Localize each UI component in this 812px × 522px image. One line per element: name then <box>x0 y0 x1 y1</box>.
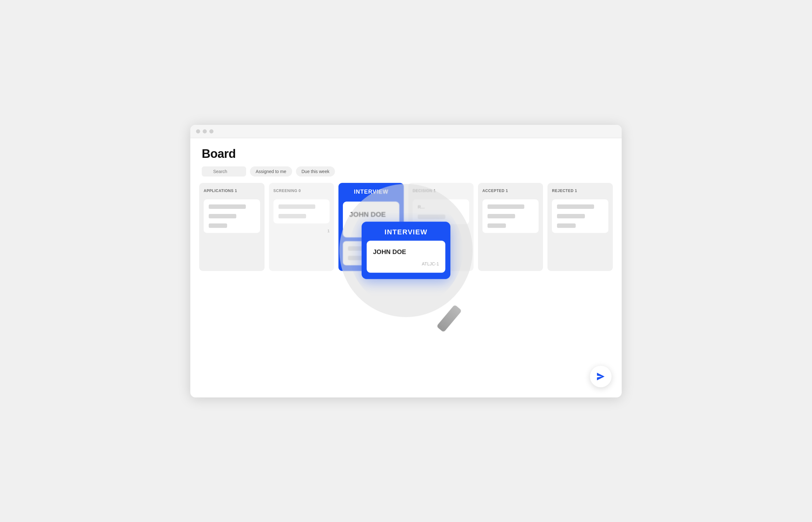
magnifier-handle <box>437 304 462 332</box>
column-screening: SCREENING 0 1 <box>269 183 334 271</box>
column-header-interview: INTERVIEW <box>343 188 399 198</box>
toolbar: 🔍 Assigned to me Due this week <box>190 166 622 183</box>
card-bar-short <box>487 214 515 218</box>
card-label-r: R... <box>418 204 464 209</box>
card-bar-short <box>418 215 445 219</box>
card-placeholder <box>209 214 255 218</box>
card-bar-short <box>278 214 306 218</box>
card-bar <box>348 246 371 251</box>
search-input[interactable] <box>202 166 246 177</box>
screening-count: 1 <box>327 228 330 233</box>
column-rejected: REJECTED 1 <box>547 183 613 271</box>
column-header-rejected: REJECTED 1 <box>552 188 608 196</box>
card[interactable] <box>552 199 608 233</box>
board-area: APPLICATIONS 1 SCREENING 0 1 INTER <box>190 183 622 280</box>
card-bar <box>278 204 315 209</box>
column-accepted: ACCEPTED 1 <box>478 183 543 271</box>
column-interview: INTERVIEW JOHN DOE ATLJC-1 <box>339 183 404 271</box>
column-header-screening: SCREENING 0 <box>273 188 330 196</box>
card-bar-short <box>557 214 584 218</box>
card-bar-short <box>209 214 236 218</box>
card-second[interactable] <box>343 241 399 265</box>
card[interactable]: R... <box>413 199 469 224</box>
fab-send-button[interactable] <box>590 366 612 387</box>
card-bar-xs <box>557 223 575 228</box>
assigned-to-me-filter[interactable]: Assigned to me <box>250 166 292 177</box>
column-applications: APPLICATIONS 1 <box>199 183 265 271</box>
ticket-id: ATLJC-1 <box>349 225 393 230</box>
column-decision: DECISION 1 R... <box>408 183 473 271</box>
card-bar <box>209 204 246 209</box>
card-bar-xs <box>348 256 366 260</box>
card[interactable] <box>273 199 330 223</box>
featured-card-john-doe[interactable]: JOHN DOE ATLJC-1 <box>343 202 399 237</box>
page-title: Board <box>202 147 610 161</box>
card-bar-xs <box>487 223 506 228</box>
column-header-decision: DECISION 1 <box>413 188 469 196</box>
send-icon <box>595 371 606 382</box>
search-wrapper: 🔍 <box>202 166 246 177</box>
due-this-week-filter[interactable]: Due this week <box>296 166 335 177</box>
candidate-name: JOHN DOE <box>349 210 393 219</box>
card[interactable] <box>204 199 260 233</box>
card-bar <box>557 204 594 209</box>
traffic-light-minimize[interactable] <box>203 129 207 134</box>
column-header-accepted: ACCEPTED 1 <box>482 188 539 196</box>
card-bar <box>487 204 525 209</box>
app-window: Board 🔍 Assigned to me Due this week APP… <box>190 125 622 398</box>
card[interactable] <box>482 199 539 233</box>
traffic-light-close[interactable] <box>196 129 200 134</box>
column-header-applications: APPLICATIONS 1 <box>204 188 260 196</box>
card-bar-xs <box>209 223 227 228</box>
traffic-light-maximize[interactable] <box>209 129 213 134</box>
title-bar <box>190 125 622 138</box>
page-header: Board <box>190 138 622 166</box>
